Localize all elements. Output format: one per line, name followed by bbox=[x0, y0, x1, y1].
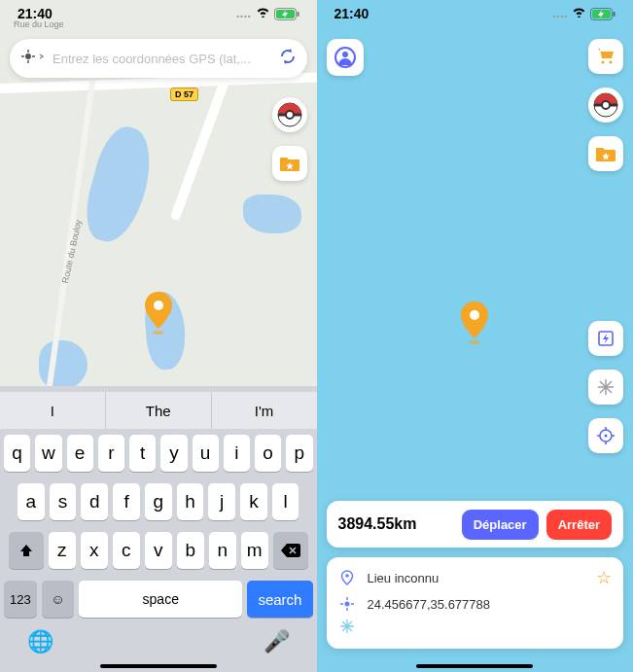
distance-card: 3894.55km Déplacer Arrêter bbox=[327, 501, 624, 548]
shift-key[interactable] bbox=[9, 532, 44, 569]
place-title: Lieu inconnu bbox=[368, 571, 440, 585]
mic-icon[interactable]: 🎤 bbox=[264, 629, 290, 654]
battery-icon bbox=[590, 8, 615, 20]
search-key[interactable]: search bbox=[247, 581, 312, 618]
key-m[interactable]: m bbox=[241, 532, 268, 569]
svg-point-24 bbox=[345, 574, 349, 578]
compass-icon bbox=[338, 596, 356, 612]
svg-point-8 bbox=[286, 111, 294, 119]
cellular-icon bbox=[553, 6, 568, 21]
status-time: 21:40 bbox=[18, 6, 53, 21]
key-l[interactable]: l bbox=[272, 483, 299, 520]
space-key[interactable]: space bbox=[79, 581, 242, 618]
globe-icon[interactable]: 🌐 bbox=[27, 629, 53, 654]
key-u[interactable]: u bbox=[193, 435, 219, 472]
snowflake-small-icon bbox=[338, 619, 356, 633]
emoji-key[interactable]: ☺ bbox=[42, 581, 75, 618]
pokeball-icon[interactable] bbox=[272, 97, 307, 132]
pokeball-icon[interactable] bbox=[588, 88, 623, 123]
key-y[interactable]: y bbox=[160, 435, 187, 472]
search-input[interactable] bbox=[53, 52, 270, 66]
suggestion-3[interactable]: I'm bbox=[212, 392, 317, 429]
key-o[interactable]: o bbox=[255, 435, 281, 472]
map-pin-icon bbox=[142, 292, 175, 335]
search-bar bbox=[10, 39, 307, 78]
speed-icon[interactable] bbox=[588, 321, 623, 356]
road-label-side: Route du Bouloy bbox=[60, 219, 84, 284]
backspace-key[interactable] bbox=[273, 532, 308, 569]
key-z[interactable]: z bbox=[49, 532, 76, 569]
svg-point-14 bbox=[601, 60, 604, 63]
key-a[interactable]: a bbox=[18, 483, 45, 520]
key-q[interactable]: q bbox=[4, 435, 30, 472]
key-d[interactable]: d bbox=[81, 483, 108, 520]
svg-point-25 bbox=[345, 602, 349, 606]
svg-point-23 bbox=[469, 340, 480, 344]
svg-rect-4 bbox=[297, 12, 299, 17]
coords-value: 24.456677,35.677788 bbox=[368, 597, 491, 612]
numbers-key[interactable]: 123 bbox=[4, 581, 37, 618]
star-icon[interactable]: ☆ bbox=[596, 567, 612, 588]
svg-point-0 bbox=[154, 301, 163, 310]
cart-icon[interactable] bbox=[588, 39, 623, 74]
key-g[interactable]: g bbox=[145, 483, 172, 520]
battery-icon bbox=[274, 8, 299, 20]
key-r[interactable]: r bbox=[98, 435, 124, 472]
status-bar: 21:40 bbox=[317, 0, 634, 27]
key-w[interactable]: w bbox=[35, 435, 61, 472]
wifi-icon bbox=[256, 7, 270, 20]
key-j[interactable]: j bbox=[208, 483, 235, 520]
svg-point-5 bbox=[26, 54, 30, 58]
key-f[interactable]: f bbox=[113, 483, 140, 520]
key-t[interactable]: t bbox=[129, 435, 156, 472]
key-v[interactable]: v bbox=[145, 532, 172, 569]
distance-value: 3894.55km bbox=[338, 515, 454, 533]
svg-point-15 bbox=[609, 60, 612, 63]
phone-right: 21:40 bbox=[317, 0, 634, 672]
keyboard: I The I'm q w e r t y u i o p a s d f g … bbox=[0, 386, 317, 672]
key-k[interactable]: k bbox=[240, 483, 267, 520]
phone-left: Rue du Loge Route du Bouloy D 57 21:40 bbox=[0, 0, 317, 672]
wifi-icon bbox=[572, 7, 586, 20]
svg-point-22 bbox=[470, 310, 479, 320]
key-e[interactable]: e bbox=[67, 435, 93, 472]
place-pin-icon bbox=[338, 570, 356, 585]
cellular-icon bbox=[236, 6, 251, 21]
key-s[interactable]: s bbox=[50, 483, 77, 520]
suggestion-2[interactable]: The bbox=[106, 392, 212, 429]
stop-button[interactable]: Arrêter bbox=[546, 510, 612, 540]
svg-rect-11 bbox=[614, 12, 615, 17]
suggestion-bar: I The I'm bbox=[0, 392, 317, 429]
home-indicator[interactable] bbox=[100, 664, 217, 668]
location-card: Lieu inconnu ☆ 24.456677,35.677788 bbox=[327, 557, 624, 649]
key-b[interactable]: b bbox=[177, 532, 204, 569]
move-button[interactable]: Déplacer bbox=[462, 510, 539, 540]
status-time: 21:40 bbox=[334, 6, 369, 21]
svg-point-13 bbox=[342, 52, 348, 57]
key-x[interactable]: x bbox=[81, 532, 108, 569]
refresh-icon[interactable] bbox=[278, 47, 298, 70]
road-shield: D 57 bbox=[170, 88, 198, 101]
svg-point-21 bbox=[605, 435, 608, 438]
key-c[interactable]: c bbox=[113, 532, 140, 569]
status-bar: 21:40 bbox=[0, 0, 317, 27]
svg-point-18 bbox=[602, 101, 610, 109]
home-indicator[interactable] bbox=[416, 664, 533, 668]
locate-icon[interactable] bbox=[588, 418, 623, 453]
svg-point-1 bbox=[153, 331, 164, 335]
key-i[interactable]: i bbox=[224, 435, 250, 472]
key-n[interactable]: n bbox=[209, 532, 236, 569]
compass-mode-icon[interactable] bbox=[19, 47, 45, 70]
snowflake-icon[interactable] bbox=[588, 370, 623, 405]
suggestion-1[interactable]: I bbox=[0, 392, 106, 429]
key-p[interactable]: p bbox=[286, 435, 312, 472]
profile-button[interactable] bbox=[327, 39, 364, 76]
map-pin-icon bbox=[458, 301, 491, 344]
key-h[interactable]: h bbox=[177, 483, 204, 520]
favorites-folder-icon[interactable] bbox=[588, 136, 623, 171]
favorites-folder-icon[interactable] bbox=[272, 146, 307, 181]
